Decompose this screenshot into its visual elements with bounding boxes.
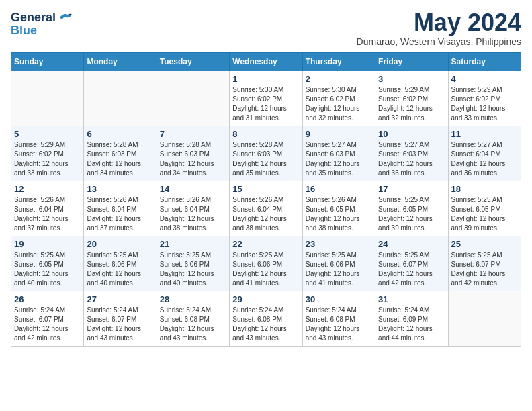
weekday-header-sunday: Sunday [11, 53, 84, 71]
day-number: 14 [160, 184, 226, 194]
day-number: 3 [378, 74, 445, 84]
calendar-cell [11, 71, 84, 126]
calendar-week-1: 1Sunrise: 5:30 AM Sunset: 6:02 PM Daylig… [11, 71, 521, 126]
month-title: May 2024 [357, 11, 521, 35]
day-info: Sunrise: 5:24 AM Sunset: 6:09 PM Dayligh… [378, 306, 445, 343]
calendar-cell: 31Sunrise: 5:24 AM Sunset: 6:09 PM Dayli… [375, 291, 448, 347]
day-number: 4 [451, 74, 518, 84]
calendar-week-3: 12Sunrise: 5:26 AM Sunset: 6:04 PM Dayli… [11, 181, 521, 236]
calendar-cell: 22Sunrise: 5:25 AM Sunset: 6:06 PM Dayli… [230, 236, 302, 291]
logo-text: General [11, 11, 56, 25]
weekday-header-row: SundayMondayTuesdayWednesdayThursdayFrid… [11, 53, 521, 71]
day-number: 11 [451, 129, 518, 139]
day-number: 16 [306, 184, 372, 194]
day-number: 30 [306, 294, 372, 304]
day-info: Sunrise: 5:25 AM Sunset: 6:06 PM Dayligh… [306, 250, 372, 288]
day-info: Sunrise: 5:26 AM Sunset: 6:05 PM Dayligh… [306, 195, 372, 233]
day-info: Sunrise: 5:27 AM Sunset: 6:04 PM Dayligh… [451, 140, 518, 178]
day-info: Sunrise: 5:30 AM Sunset: 6:02 PM Dayligh… [232, 85, 299, 123]
day-info: Sunrise: 5:24 AM Sunset: 6:07 PM Dayligh… [14, 306, 81, 343]
calendar-cell: 8Sunrise: 5:28 AM Sunset: 6:03 PM Daylig… [230, 126, 302, 181]
calendar-cell: 3Sunrise: 5:29 AM Sunset: 6:02 PM Daylig… [375, 71, 448, 126]
day-number: 21 [160, 239, 226, 249]
weekday-header-saturday: Saturday [448, 53, 521, 71]
day-number: 12 [14, 184, 81, 194]
day-info: Sunrise: 5:28 AM Sunset: 6:03 PM Dayligh… [87, 140, 153, 178]
calendar-cell: 16Sunrise: 5:26 AM Sunset: 6:05 PM Dayli… [302, 181, 375, 236]
day-number: 7 [160, 129, 226, 139]
calendar-cell: 26Sunrise: 5:24 AM Sunset: 6:07 PM Dayli… [11, 291, 84, 347]
calendar-header: SundayMondayTuesdayWednesdayThursdayFrid… [11, 53, 521, 71]
day-number: 31 [378, 294, 445, 304]
day-info: Sunrise: 5:26 AM Sunset: 6:04 PM Dayligh… [14, 195, 81, 233]
day-info: Sunrise: 5:29 AM Sunset: 6:02 PM Dayligh… [451, 85, 518, 123]
calendar-cell: 20Sunrise: 5:25 AM Sunset: 6:06 PM Dayli… [84, 236, 157, 291]
calendar-table: SundayMondayTuesdayWednesdayThursdayFrid… [11, 52, 521, 347]
day-number: 15 [232, 184, 299, 194]
calendar-cell [448, 291, 521, 347]
calendar-cell: 21Sunrise: 5:25 AM Sunset: 6:06 PM Dayli… [157, 236, 229, 291]
day-info: Sunrise: 5:28 AM Sunset: 6:03 PM Dayligh… [232, 140, 299, 178]
day-number: 5 [14, 129, 81, 139]
day-info: Sunrise: 5:29 AM Sunset: 6:02 PM Dayligh… [14, 140, 81, 178]
calendar-week-2: 5Sunrise: 5:29 AM Sunset: 6:02 PM Daylig… [11, 126, 521, 181]
calendar-cell: 23Sunrise: 5:25 AM Sunset: 6:06 PM Dayli… [302, 236, 375, 291]
day-info: Sunrise: 5:25 AM Sunset: 6:05 PM Dayligh… [451, 195, 518, 233]
calendar-cell [157, 71, 229, 126]
calendar-week-4: 19Sunrise: 5:25 AM Sunset: 6:05 PM Dayli… [11, 236, 521, 291]
calendar-cell: 9Sunrise: 5:27 AM Sunset: 6:03 PM Daylig… [302, 126, 375, 181]
calendar-cell: 4Sunrise: 5:29 AM Sunset: 6:02 PM Daylig… [448, 71, 521, 126]
calendar-cell: 14Sunrise: 5:26 AM Sunset: 6:04 PM Dayli… [157, 181, 229, 236]
day-info: Sunrise: 5:26 AM Sunset: 6:04 PM Dayligh… [232, 195, 299, 233]
calendar-cell: 25Sunrise: 5:25 AM Sunset: 6:07 PM Dayli… [448, 236, 521, 291]
calendar-cell: 10Sunrise: 5:27 AM Sunset: 6:03 PM Dayli… [375, 126, 448, 181]
calendar-cell: 6Sunrise: 5:28 AM Sunset: 6:03 PM Daylig… [84, 126, 157, 181]
day-number: 29 [232, 294, 299, 304]
calendar-cell: 1Sunrise: 5:30 AM Sunset: 6:02 PM Daylig… [230, 71, 302, 126]
weekday-header-monday: Monday [84, 53, 157, 71]
weekday-header-friday: Friday [375, 53, 448, 71]
day-number: 13 [87, 184, 153, 194]
calendar-week-5: 26Sunrise: 5:24 AM Sunset: 6:07 PM Dayli… [11, 291, 521, 347]
calendar-cell: 11Sunrise: 5:27 AM Sunset: 6:04 PM Dayli… [448, 126, 521, 181]
calendar-cell: 29Sunrise: 5:24 AM Sunset: 6:08 PM Dayli… [230, 291, 302, 347]
day-number: 27 [87, 294, 153, 304]
day-info: Sunrise: 5:27 AM Sunset: 6:03 PM Dayligh… [306, 140, 372, 178]
calendar-cell: 28Sunrise: 5:24 AM Sunset: 6:08 PM Dayli… [157, 291, 229, 347]
day-info: Sunrise: 5:28 AM Sunset: 6:03 PM Dayligh… [160, 140, 226, 178]
day-info: Sunrise: 5:24 AM Sunset: 6:08 PM Dayligh… [306, 306, 372, 343]
day-info: Sunrise: 5:30 AM Sunset: 6:02 PM Dayligh… [306, 85, 372, 123]
day-number: 28 [160, 294, 226, 304]
page-header: General Blue May 2024 Dumarao, Western V… [11, 11, 521, 47]
day-info: Sunrise: 5:25 AM Sunset: 6:06 PM Dayligh… [160, 250, 226, 288]
day-number: 24 [378, 239, 445, 249]
day-number: 22 [232, 239, 299, 249]
logo-blue-text: Blue [11, 24, 37, 38]
calendar-cell: 17Sunrise: 5:25 AM Sunset: 6:05 PM Dayli… [375, 181, 448, 236]
day-number: 6 [87, 129, 153, 139]
calendar-cell: 12Sunrise: 5:26 AM Sunset: 6:04 PM Dayli… [11, 181, 84, 236]
calendar-cell: 13Sunrise: 5:26 AM Sunset: 6:04 PM Dayli… [84, 181, 157, 236]
day-number: 23 [306, 239, 372, 249]
calendar-cell: 2Sunrise: 5:30 AM Sunset: 6:02 PM Daylig… [302, 71, 375, 126]
calendar-cell: 7Sunrise: 5:28 AM Sunset: 6:03 PM Daylig… [157, 126, 229, 181]
day-info: Sunrise: 5:24 AM Sunset: 6:07 PM Dayligh… [87, 306, 153, 343]
day-info: Sunrise: 5:25 AM Sunset: 6:07 PM Dayligh… [378, 250, 445, 288]
day-info: Sunrise: 5:26 AM Sunset: 6:04 PM Dayligh… [160, 195, 226, 233]
day-number: 20 [87, 239, 153, 249]
weekday-header-tuesday: Tuesday [157, 53, 229, 71]
calendar-cell: 19Sunrise: 5:25 AM Sunset: 6:05 PM Dayli… [11, 236, 84, 291]
calendar-cell: 30Sunrise: 5:24 AM Sunset: 6:08 PM Dayli… [302, 291, 375, 347]
day-info: Sunrise: 5:25 AM Sunset: 6:07 PM Dayligh… [451, 250, 518, 288]
location: Dumarao, Western Visayas, Philippines [357, 36, 521, 47]
day-info: Sunrise: 5:27 AM Sunset: 6:03 PM Dayligh… [378, 140, 445, 178]
calendar-cell: 15Sunrise: 5:26 AM Sunset: 6:04 PM Dayli… [230, 181, 302, 236]
day-number: 1 [232, 74, 299, 84]
day-number: 10 [378, 129, 445, 139]
calendar-cell: 5Sunrise: 5:29 AM Sunset: 6:02 PM Daylig… [11, 126, 84, 181]
calendar-cell: 24Sunrise: 5:25 AM Sunset: 6:07 PM Dayli… [375, 236, 448, 291]
weekday-header-thursday: Thursday [302, 53, 375, 71]
day-number: 18 [451, 184, 518, 194]
day-number: 25 [451, 239, 518, 249]
weekday-header-wednesday: Wednesday [230, 53, 302, 71]
